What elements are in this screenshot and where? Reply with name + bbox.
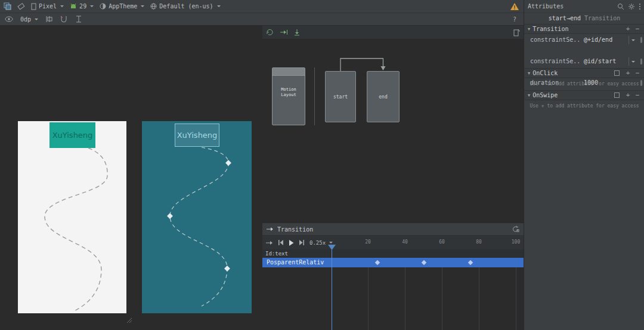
timeline-keyframe-icon[interactable] [375, 260, 380, 265]
attribute-name: constraintSe... [530, 58, 580, 64]
onclick-checkbox[interactable] [614, 70, 620, 76]
timeline-keyframe-icon[interactable] [422, 260, 426, 265]
resize-handle-icon[interactable] [125, 316, 132, 323]
device-label: Pixel [39, 3, 57, 10]
track-label: PosparentRelativ [267, 259, 324, 266]
keyframe-diamond[interactable] [167, 213, 173, 219]
ruler-tick: 100 [510, 239, 522, 245]
timeline-header: Transition [262, 223, 524, 236]
gridline [516, 267, 516, 330]
dropdown-arrow-icon[interactable] [628, 57, 636, 66]
phone-icon [31, 3, 36, 10]
device-rotate-icon[interactable] [513, 29, 520, 36]
add-attribute-button[interactable]: + [624, 69, 631, 77]
onswipe-hint: Use + to add attribute for easy access [524, 103, 644, 109]
cycle-keyframes-icon[interactable] [512, 226, 519, 233]
theme-selector[interactable]: AppTheme [100, 3, 144, 10]
attributes-panel: Attributes start→end Transition ▼ Transi… [524, 0, 644, 330]
attributes-header: Attributes [524, 0, 644, 13]
end-state-box[interactable]: end [367, 71, 400, 122]
attribute-value-field[interactable]: @id/start [584, 58, 616, 64]
clear-constraints-icon[interactable] [60, 16, 68, 23]
gridline [368, 267, 369, 330]
api-selector[interactable]: 29 [70, 3, 94, 10]
motion-toolbar [262, 26, 524, 39]
motion-cycle-icon[interactable] [266, 29, 274, 36]
attribute-name: constraintSe... [530, 36, 580, 43]
timeline-track-row[interactable]: PosparentRelativ [262, 258, 524, 267]
resource-picker-icon[interactable] [640, 58, 642, 64]
design-view-phone: XuYisheng [18, 121, 126, 313]
locale-label: Default (en-us) [159, 3, 213, 10]
orientation-icon[interactable] [17, 2, 25, 10]
section-onswipe-label: OnSwipe [532, 92, 558, 98]
search-icon[interactable] [617, 3, 624, 10]
section-onclick-label: OnClick [532, 70, 558, 76]
default-margin-selector[interactable]: 0dp [20, 16, 38, 23]
api-label: 29 [79, 3, 86, 10]
warning-icon[interactable] [510, 3, 519, 10]
section-onswipe[interactable]: ▼ OnSwipe + − [524, 90, 644, 100]
go-to-start-icon[interactable] [278, 240, 284, 245]
guidelines-icon[interactable] [45, 16, 53, 23]
attribute-row: constraintSe... @+id/end [524, 35, 644, 45]
design-toolbar: Pixel 29 AppTheme Default (en-us) [0, 0, 524, 13]
chevron-down-icon [90, 5, 94, 7]
motion-editor-window: Pixel 29 AppTheme Default (en-us) [0, 0, 644, 330]
transition-mode-icon[interactable] [266, 240, 273, 245]
pack-icon[interactable] [75, 16, 82, 23]
gridline [405, 267, 405, 330]
chevron-down-icon [217, 5, 221, 7]
ruler-tick: 80 [473, 239, 485, 245]
attributes-title: Attributes [528, 3, 564, 10]
chevron-down-icon [141, 5, 144, 7]
add-attribute-button[interactable]: + [624, 25, 631, 33]
section-transition[interactable]: ▼ Transition + − [524, 24, 644, 34]
transition-suffix: Transition [581, 15, 620, 21]
motion-layout-label: Motion Layout [273, 87, 305, 98]
motion-layout-box[interactable]: Motion Layout [272, 67, 305, 125]
chevron-down-icon [35, 18, 38, 20]
help-icon[interactable]: ? [513, 16, 516, 23]
playhead-line [332, 249, 332, 330]
ruler-tick: 20 [362, 239, 374, 245]
attribute-row: constraintSe... @id/start [524, 56, 644, 67]
add-attribute-button[interactable]: + [624, 91, 631, 99]
onswipe-checkbox[interactable] [614, 92, 620, 98]
view-options-eye-icon[interactable] [5, 16, 13, 22]
collapse-icon[interactable]: ▼ [528, 71, 530, 76]
keyframe-diamond[interactable] [225, 160, 231, 166]
timeline-id-row: Id:text [262, 249, 524, 258]
motion-layout-box-header [273, 68, 305, 76]
motion-overview-panel: Motion Layout start end [262, 26, 524, 223]
theme-label: AppTheme [109, 3, 137, 10]
start-state-box[interactable]: start [325, 71, 356, 122]
more-icon[interactable] [639, 3, 641, 10]
gridline [442, 267, 442, 330]
go-to-end-icon[interactable] [299, 240, 305, 245]
motion-path-design [18, 121, 126, 313]
create-transition-icon[interactable] [280, 29, 288, 35]
keyframe-diamond[interactable] [224, 266, 230, 272]
section-onclick[interactable]: ▼ OnClick + − [524, 68, 644, 78]
remove-attribute-button[interactable]: − [634, 25, 641, 33]
gear-icon[interactable] [628, 3, 635, 10]
collapse-icon[interactable]: ▼ [528, 93, 530, 98]
design-surface-icon[interactable] [4, 2, 11, 10]
chevron-down-icon [329, 242, 333, 243]
attribute-value-field[interactable]: @+id/end [584, 36, 612, 43]
create-keyframe-icon[interactable] [294, 29, 300, 36]
dropdown-arrow-icon[interactable] [628, 36, 636, 44]
remove-attribute-button[interactable]: − [634, 91, 641, 99]
section-transition-label: Transition [532, 26, 568, 32]
locale-selector[interactable]: Default (en-us) [150, 3, 220, 10]
remove-attribute-button[interactable]: − [634, 69, 641, 77]
timeline-keyframe-icon[interactable] [468, 260, 473, 265]
device-selector[interactable]: Pixel [31, 3, 64, 10]
collapse-icon[interactable]: ▼ [528, 27, 530, 32]
resource-picker-icon[interactable] [640, 37, 642, 43]
theme-icon [100, 3, 106, 10]
margin-label: 0dp [20, 16, 31, 23]
play-icon[interactable] [289, 240, 294, 246]
divider [314, 67, 315, 125]
